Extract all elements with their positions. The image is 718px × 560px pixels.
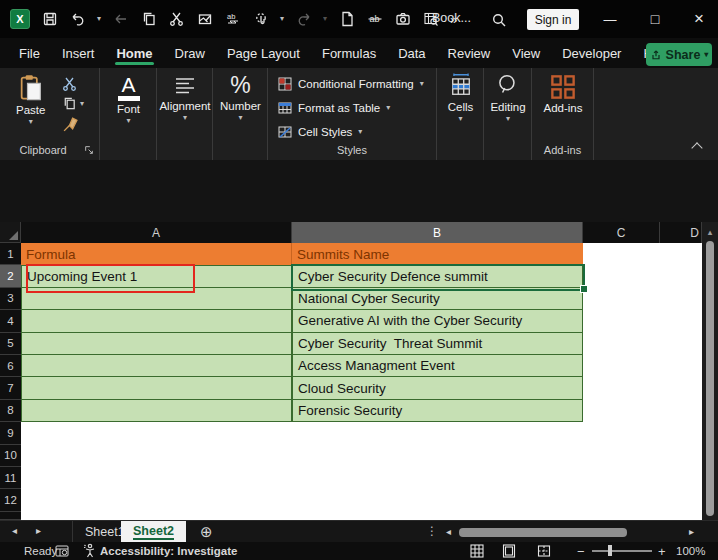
cell-a7[interactable] <box>21 377 292 399</box>
strikethrough-icon[interactable]: ab <box>366 11 383 28</box>
row-header-6[interactable]: 6 <box>0 355 21 377</box>
tab-insert[interactable]: Insert <box>51 38 106 68</box>
fill-handle[interactable] <box>580 285 588 293</box>
view-normal-icon[interactable] <box>470 544 484 558</box>
cell-a8[interactable] <box>21 400 292 422</box>
new-sheet-icon[interactable]: ⊕ <box>200 523 213 541</box>
cell-a3[interactable] <box>21 288 292 310</box>
number-button[interactable]: % Number ▾ <box>213 72 268 122</box>
minimize-button[interactable]: — <box>589 0 631 38</box>
row-header-4[interactable]: 4 <box>0 310 21 332</box>
row-header-13-partial[interactable] <box>0 512 21 520</box>
row-header-5[interactable]: 5 <box>0 333 21 355</box>
scroll-up-icon[interactable]: ▴ <box>702 222 718 237</box>
copy-dropdown-icon[interactable]: ▾ <box>80 100 84 108</box>
accessibility-icon[interactable] <box>82 543 97 558</box>
cell-styles-button[interactable]: Cell Styles ▾ <box>278 120 362 144</box>
touch-mode-dropdown-icon[interactable]: ▾ <box>280 15 284 23</box>
sheet-bar-more-icon[interactable]: ⋮ <box>426 524 438 538</box>
tab-formulas[interactable]: Formulas <box>311 38 387 68</box>
scroll-down-icon[interactable]: ▾ <box>702 508 718 518</box>
row-header-7[interactable]: 7 <box>0 377 21 399</box>
tab-page-layout[interactable]: Page Layout <box>216 38 311 68</box>
hscroll-right-icon[interactable]: ▸ <box>689 526 694 537</box>
row-header-1[interactable]: 1 <box>0 243 21 265</box>
cell-a4[interactable] <box>21 310 292 332</box>
cell-b8[interactable]: Forensic Security <box>292 400 583 422</box>
view-page-break-icon[interactable] <box>537 544 551 558</box>
conditional-formatting-button[interactable]: Conditional Formatting ▾ <box>278 72 424 96</box>
copy-button[interactable]: ▾ <box>62 96 84 111</box>
cell-b4[interactable]: Generative AI with the Cyber Security <box>292 310 583 332</box>
row-header-12[interactable]: 12 <box>0 489 21 511</box>
status-accessibility[interactable]: Accessibility: Investigate <box>100 545 237 557</box>
cell-b3[interactable]: National Cyber Security <box>292 288 583 310</box>
tab-view[interactable]: View <box>501 38 551 68</box>
format-painter-button[interactable] <box>62 116 79 133</box>
row-header-2[interactable]: 2 <box>0 265 21 287</box>
row-header-8[interactable]: 8 <box>0 400 21 422</box>
tab-data[interactable]: Data <box>387 38 436 68</box>
cell-b6[interactable]: Access Managment Event <box>292 355 583 377</box>
sign-in-button[interactable]: Sign in <box>527 9 579 30</box>
vertical-scrollbar[interactable]: ▴ ▾ <box>702 222 718 520</box>
picture-icon[interactable] <box>196 11 213 28</box>
close-button[interactable]: × <box>678 0 718 38</box>
hscroll-left-icon[interactable]: ◂ <box>446 526 451 537</box>
number-dropdown-icon[interactable]: ▾ <box>238 114 242 122</box>
cell-b7[interactable]: Cloud Security <box>292 377 583 399</box>
touch-mode-icon[interactable] <box>252 11 269 28</box>
undo-icon[interactable] <box>69 11 86 28</box>
save-icon[interactable] <box>41 11 58 28</box>
cut-button[interactable] <box>62 76 78 92</box>
format-as-table-button[interactable]: Format as Table ▾ <box>278 96 390 120</box>
addins-button[interactable]: Add-ins <box>532 74 594 114</box>
alignment-button[interactable]: Alignment ▾ <box>157 74 213 122</box>
cell-b5[interactable]: Cyber Security Threat Summit <box>292 333 583 355</box>
clipboard-dialog-launcher-icon[interactable] <box>84 145 94 155</box>
sheet-nav-right-icon[interactable]: ▸ <box>36 525 41 536</box>
cell-a2[interactable]: Upcoming Event 1 <box>21 265 292 287</box>
row-header-9[interactable]: 9 <box>0 422 21 444</box>
cell-b2[interactable]: Cyber Security Defence summit <box>292 265 583 287</box>
select-all-button[interactable] <box>0 222 21 243</box>
tab-draw[interactable]: Draw <box>164 38 216 68</box>
view-page-layout-icon[interactable] <box>502 544 516 558</box>
share-button[interactable]: Share ▾ <box>646 43 712 66</box>
column-header-d[interactable]: D <box>660 222 702 243</box>
collapse-ribbon-icon[interactable] <box>693 144 701 152</box>
tab-review[interactable]: Review <box>437 38 502 68</box>
macro-record-icon[interactable] <box>55 544 69 558</box>
cells-button[interactable]: Cells ▾ <box>437 73 484 123</box>
cell-b1[interactable]: Summits Name <box>292 243 583 265</box>
paste-dropdown-icon[interactable]: ▾ <box>29 118 33 126</box>
zoom-level[interactable]: 100% <box>676 545 705 557</box>
maximize-button[interactable]: □ <box>634 0 676 38</box>
zoom-slider-track[interactable] <box>592 550 652 552</box>
copy-icon[interactable] <box>140 11 157 28</box>
font-dropdown-icon[interactable]: ▾ <box>126 117 130 125</box>
search-icon[interactable] <box>490 11 507 28</box>
cell-a6[interactable] <box>21 355 292 377</box>
zoom-in-button[interactable]: + <box>658 544 666 559</box>
editing-button[interactable]: Editing ▾ <box>484 73 532 123</box>
column-header-a[interactable]: A <box>21 222 292 243</box>
column-header-c[interactable]: C <box>583 222 660 243</box>
new-file-icon[interactable] <box>338 11 355 28</box>
sheet-tab-sheet2[interactable]: Sheet2 <box>121 521 186 543</box>
sheet-nav-left-icon[interactable]: ◂ <box>12 525 17 536</box>
cell-a5[interactable] <box>21 333 292 355</box>
tab-file[interactable]: File <box>8 38 51 68</box>
row-header-3[interactable]: 3 <box>0 288 21 310</box>
font-button[interactable]: A Font ▾ <box>108 74 149 125</box>
column-header-b[interactable]: B <box>292 222 583 243</box>
undo-dropdown-icon[interactable]: ▾ <box>97 15 101 23</box>
horizontal-scroll-thumb[interactable] <box>459 528 627 537</box>
cell-a1[interactable]: Formula <box>21 243 292 265</box>
editing-dropdown-icon[interactable]: ▾ <box>506 115 510 123</box>
replace-icon[interactable]: ab <box>224 11 241 28</box>
tab-developer[interactable]: Developer <box>551 38 632 68</box>
camera-icon[interactable] <box>394 11 411 28</box>
row-header-10[interactable]: 10 <box>0 445 21 467</box>
tab-home[interactable]: Home <box>105 38 163 68</box>
